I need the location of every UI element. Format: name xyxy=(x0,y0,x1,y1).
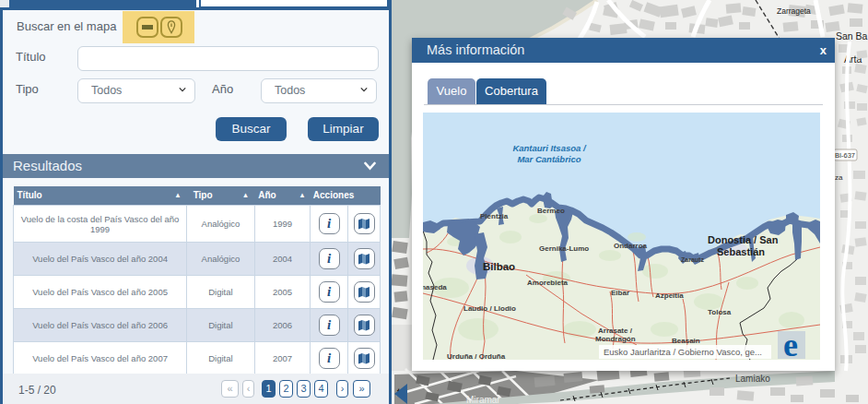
svg-text:Kantauri Itsasoa /: Kantauri Itsasoa / xyxy=(512,143,587,153)
svg-text:Azpeitia: Azpeitia xyxy=(655,291,684,300)
svg-text:Tolosa: Tolosa xyxy=(708,308,732,316)
svg-text:Plentzia: Plentzia xyxy=(480,212,509,220)
svg-text:i: i xyxy=(327,216,332,231)
svg-text:Amorebieta: Amorebieta xyxy=(527,279,569,287)
svg-text:i: i xyxy=(327,317,332,332)
svg-text:Beasain: Beasain xyxy=(672,337,700,345)
svg-text:Sebastián: Sebastián xyxy=(717,246,765,257)
svg-text:i: i xyxy=(327,351,332,365)
svg-text:maseda: maseda xyxy=(423,283,447,291)
svg-text:Gernika-Lumo: Gernika-Lumo xyxy=(539,244,589,253)
svg-text:Miramar: Miramar xyxy=(466,395,500,404)
svg-text:Zarautz: Zarautz xyxy=(681,256,704,263)
svg-text:za: za xyxy=(835,173,843,182)
svg-text:Mondragón: Mondragón xyxy=(595,335,636,343)
svg-text:BI-637: BI-637 xyxy=(835,151,855,160)
svg-text:i: i xyxy=(327,284,332,299)
svg-text:Laudio / Llodio: Laudio / Llodio xyxy=(463,304,516,313)
svg-text:i: i xyxy=(327,251,332,266)
svg-text:Donostia / San: Donostia / San xyxy=(708,234,779,245)
svg-text:Lamiako: Lamiako xyxy=(735,374,770,384)
svg-text:Arrasate /: Arrasate / xyxy=(598,327,633,335)
svg-text:Eibar: Eibar xyxy=(611,289,629,297)
svg-text:Ondarroa: Ondarroa xyxy=(614,242,648,250)
svg-text:Zarrageta: Zarrageta xyxy=(777,6,811,16)
svg-text:Bermeo: Bermeo xyxy=(537,207,565,215)
svg-text:Urduña / Orduña: Urduña / Orduña xyxy=(447,352,506,360)
svg-text:San Ba: San Ba xyxy=(836,30,868,42)
svg-text:Bilbao: Bilbao xyxy=(483,261,515,272)
svg-text:e: e xyxy=(783,327,798,360)
svg-text:Mar Cantábrico: Mar Cantábrico xyxy=(517,154,581,164)
svg-text:Eusko Jaurlaritza / Gobierno V: Eusko Jaurlaritza / Gobierno Vasco, ge..… xyxy=(604,347,762,357)
